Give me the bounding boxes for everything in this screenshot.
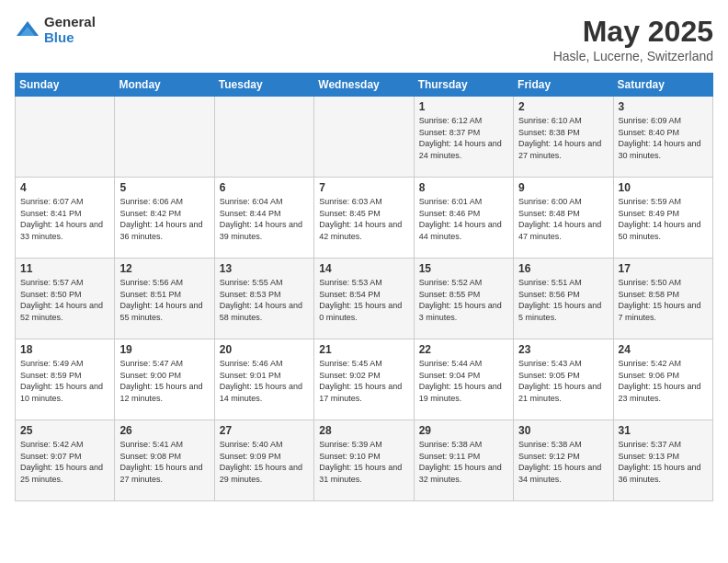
sunset-label: Sunset: 8:42 PM [119, 209, 181, 218]
day-number: 31 [619, 424, 708, 437]
day-number: 30 [518, 424, 608, 437]
day-number: 28 [319, 424, 408, 437]
cell-content: Sunrise: 5:45 AMSunset: 9:02 PMDaylight:… [319, 358, 408, 404]
calendar-cell: 16Sunrise: 5:51 AMSunset: 8:56 PMDayligh… [514, 259, 613, 339]
daylight-label: Daylight: 14 hours and 24 minutes. [419, 139, 502, 160]
sunrise-label: Sunrise: 6:06 AM [119, 197, 183, 206]
logo-blue-text: Blue [44, 30, 96, 46]
sunset-label: Sunset: 8:37 PM [419, 128, 481, 137]
cell-content: Sunrise: 5:38 AMSunset: 9:12 PMDaylight:… [518, 439, 608, 485]
day-number: 6 [220, 181, 309, 194]
calendar-cell [214, 97, 313, 178]
header-friday: Friday [514, 74, 613, 97]
sunrise-label: Sunrise: 5:44 AM [419, 359, 483, 368]
logo-icon [15, 17, 40, 43]
daylight-label: Daylight: 15 hours and 17 minutes. [319, 382, 402, 403]
logo-general-text: General [44, 15, 96, 30]
sunset-label: Sunset: 8:55 PM [419, 290, 481, 299]
day-number: 21 [319, 343, 408, 356]
daylight-label: Daylight: 15 hours and 36 minutes. [619, 463, 701, 484]
cell-content: Sunrise: 5:46 AMSunset: 9:01 PMDaylight:… [220, 358, 309, 404]
sunset-label: Sunset: 8:41 PM [20, 209, 82, 218]
day-number: 1 [419, 100, 508, 113]
day-number: 27 [220, 424, 309, 437]
sunrise-label: Sunrise: 5:42 AM [619, 359, 682, 368]
location-subtitle: Hasle, Lucerne, Switzerland [553, 49, 713, 63]
daylight-label: Daylight: 14 hours and 47 minutes. [518, 220, 601, 241]
daylight-label: Daylight: 15 hours and 14 minutes. [220, 382, 302, 403]
daylight-label: Daylight: 15 hours and 31 minutes. [319, 463, 402, 484]
sunrise-label: Sunrise: 5:57 AM [20, 278, 84, 287]
sunrise-label: Sunrise: 6:10 AM [518, 116, 582, 125]
calendar-header: Sunday Monday Tuesday Wednesday Thursday… [16, 74, 713, 97]
header-tuesday: Tuesday [214, 74, 313, 97]
calendar-cell: 2Sunrise: 6:10 AMSunset: 8:38 PMDaylight… [514, 97, 613, 178]
calendar-cell: 19Sunrise: 5:47 AMSunset: 9:00 PMDayligh… [115, 339, 214, 420]
sunrise-label: Sunrise: 5:38 AM [518, 440, 582, 449]
sunset-label: Sunset: 9:10 PM [319, 452, 381, 461]
calendar-cell [115, 97, 214, 178]
day-number: 15 [419, 262, 508, 275]
sunset-label: Sunset: 8:53 PM [220, 290, 281, 299]
sunrise-label: Sunrise: 5:37 AM [619, 440, 682, 449]
sunset-label: Sunset: 9:12 PM [518, 452, 580, 461]
day-number: 23 [518, 343, 608, 356]
cell-content: Sunrise: 5:49 AMSunset: 8:59 PMDaylight:… [20, 358, 109, 404]
sunrise-label: Sunrise: 5:56 AM [119, 278, 183, 287]
weekday-row: Sunday Monday Tuesday Wednesday Thursday… [16, 74, 713, 97]
sunset-label: Sunset: 9:05 PM [518, 371, 580, 380]
sunrise-label: Sunrise: 5:59 AM [619, 197, 682, 206]
calendar-cell: 4Sunrise: 6:07 AMSunset: 8:41 PMDaylight… [16, 178, 115, 259]
cell-content: Sunrise: 6:12 AMSunset: 8:37 PMDaylight:… [419, 115, 508, 161]
sunset-label: Sunset: 9:08 PM [119, 452, 181, 461]
daylight-label: Daylight: 14 hours and 39 minutes. [220, 220, 302, 241]
cell-content: Sunrise: 6:07 AMSunset: 8:41 PMDaylight:… [20, 196, 109, 242]
cell-content: Sunrise: 6:09 AMSunset: 8:40 PMDaylight:… [619, 115, 708, 161]
calendar-cell: 8Sunrise: 6:01 AMSunset: 8:46 PMDaylight… [414, 178, 513, 259]
calendar-cell: 17Sunrise: 5:50 AMSunset: 8:58 PMDayligh… [613, 259, 712, 339]
sunset-label: Sunset: 9:09 PM [220, 452, 281, 461]
sunrise-label: Sunrise: 6:07 AM [20, 197, 84, 206]
calendar-cell: 5Sunrise: 6:06 AMSunset: 8:42 PMDaylight… [115, 178, 214, 259]
sunrise-label: Sunrise: 6:00 AM [518, 197, 582, 206]
cell-content: Sunrise: 6:10 AMSunset: 8:38 PMDaylight:… [518, 115, 608, 161]
calendar-cell: 11Sunrise: 5:57 AMSunset: 8:50 PMDayligh… [16, 259, 115, 339]
sunset-label: Sunset: 8:46 PM [419, 209, 481, 218]
daylight-label: Daylight: 15 hours and 5 minutes. [518, 301, 601, 322]
sunrise-label: Sunrise: 5:41 AM [119, 440, 183, 449]
calendar-week-1: 4Sunrise: 6:07 AMSunset: 8:41 PMDaylight… [16, 178, 713, 259]
cell-content: Sunrise: 6:01 AMSunset: 8:46 PMDaylight:… [419, 196, 508, 242]
cell-content: Sunrise: 5:50 AMSunset: 8:58 PMDaylight:… [619, 277, 708, 323]
calendar-cell: 13Sunrise: 5:55 AMSunset: 8:53 PMDayligh… [214, 259, 313, 339]
day-number: 14 [319, 262, 408, 275]
day-number: 5 [119, 181, 209, 194]
day-number: 4 [20, 181, 109, 194]
cell-content: Sunrise: 5:44 AMSunset: 9:04 PMDaylight:… [419, 358, 508, 404]
sunrise-label: Sunrise: 5:49 AM [20, 359, 84, 368]
sunset-label: Sunset: 9:04 PM [419, 371, 481, 380]
cell-content: Sunrise: 5:56 AMSunset: 8:51 PMDaylight:… [119, 277, 209, 323]
sunrise-label: Sunrise: 5:40 AM [220, 440, 283, 449]
sunrise-label: Sunrise: 6:04 AM [220, 197, 283, 206]
day-number: 26 [119, 424, 209, 437]
day-number: 10 [619, 181, 708, 194]
sunrise-label: Sunrise: 5:47 AM [119, 359, 183, 368]
calendar-cell: 24Sunrise: 5:42 AMSunset: 9:06 PMDayligh… [613, 339, 712, 420]
daylight-label: Daylight: 15 hours and 3 minutes. [419, 301, 502, 322]
calendar-cell: 9Sunrise: 6:00 AMSunset: 8:48 PMDaylight… [514, 178, 613, 259]
daylight-label: Daylight: 15 hours and 12 minutes. [119, 382, 202, 403]
sunrise-label: Sunrise: 6:01 AM [419, 197, 483, 206]
calendar-cell [314, 97, 414, 178]
calendar-cell: 18Sunrise: 5:49 AMSunset: 8:59 PMDayligh… [16, 339, 115, 420]
sunrise-label: Sunrise: 5:52 AM [419, 278, 483, 287]
calendar-cell: 7Sunrise: 6:03 AMSunset: 8:45 PMDaylight… [314, 178, 414, 259]
header-wednesday: Wednesday [314, 74, 414, 97]
sunrise-label: Sunrise: 5:43 AM [518, 359, 582, 368]
daylight-label: Daylight: 15 hours and 32 minutes. [419, 463, 502, 484]
sunrise-label: Sunrise: 5:45 AM [319, 359, 382, 368]
sunset-label: Sunset: 8:58 PM [619, 290, 680, 299]
cell-content: Sunrise: 5:59 AMSunset: 8:49 PMDaylight:… [619, 196, 708, 242]
calendar-cell: 22Sunrise: 5:44 AMSunset: 9:04 PMDayligh… [414, 339, 513, 420]
sunrise-label: Sunrise: 5:42 AM [20, 440, 84, 449]
calendar-body: 1Sunrise: 6:12 AMSunset: 8:37 PMDaylight… [16, 97, 713, 501]
